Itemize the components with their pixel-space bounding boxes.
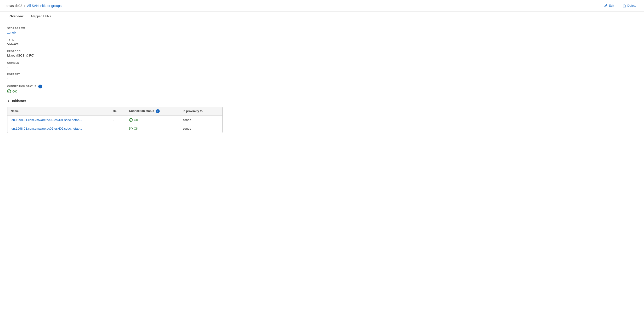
- initiators-table-container: Name De... Connection status i In proxim…: [7, 107, 223, 133]
- col-header-description: De...: [110, 107, 126, 116]
- protocol-value: Mixed (iSCSI & FC): [7, 54, 637, 57]
- cell-connection-status: OK: [126, 116, 180, 124]
- col-header-name: Name: [8, 107, 110, 116]
- breadcrumb-all-san-link[interactable]: All SAN initiator groups: [27, 4, 62, 8]
- tab-mapped-luns[interactable]: Mapped LUNs: [27, 12, 55, 21]
- initiators-section-header: ▲ Initiators: [7, 99, 637, 103]
- field-portset: PORTSET -: [7, 73, 637, 80]
- cell-connection-status: OK: [126, 124, 180, 133]
- type-label: TYPE: [7, 39, 637, 41]
- cell-proximity: zoneb: [179, 124, 222, 133]
- table-row: iqn.1998-01.com.vmware:dc02-esxi01.sddc.…: [8, 116, 222, 124]
- field-storage-vm: STORAGE VM zoneb: [7, 27, 637, 34]
- collapse-icon[interactable]: ▲: [7, 99, 10, 103]
- edit-button[interactable]: Edit: [602, 3, 616, 9]
- comment-value: -: [7, 65, 637, 69]
- connection-status-value: OK: [7, 89, 637, 93]
- col-header-proximity: In proximity to: [179, 107, 222, 116]
- header-actions: Edit Delete: [602, 3, 638, 9]
- header: smas-dc02 › All SAN initiator groups Edi…: [0, 0, 644, 12]
- breadcrumb: smas-dc02 › All SAN initiator groups: [6, 4, 62, 8]
- cell-description: -: [110, 124, 126, 133]
- cell-name[interactable]: iqn.1998-01.com.vmware:dc02-esxi02.sddc.…: [8, 124, 110, 133]
- cell-description: -: [110, 116, 126, 124]
- delete-button[interactable]: Delete: [621, 3, 638, 9]
- table-header-row: Name De... Connection status i In proxim…: [8, 107, 222, 116]
- field-comment: COMMENT -: [7, 62, 637, 69]
- breadcrumb-home: smas-dc02: [6, 4, 22, 8]
- svg-rect-0: [623, 5, 626, 7]
- edit-icon: [604, 4, 608, 8]
- status-ok-icon: [7, 89, 11, 93]
- table-connection-status-info-icon[interactable]: i: [156, 109, 160, 113]
- breadcrumb-separator: ›: [24, 4, 25, 8]
- storage-vm-value[interactable]: zoneb: [7, 31, 637, 34]
- tabs-bar: Overview Mapped LUNs: [0, 12, 644, 21]
- cell-name[interactable]: iqn.1998-01.com.vmware:dc02-esxi01.sddc.…: [8, 116, 110, 124]
- initiators-table: Name De... Connection status i In proxim…: [8, 107, 222, 133]
- cell-proximity: zoneb: [179, 116, 222, 124]
- storage-vm-label: STORAGE VM: [7, 27, 637, 30]
- table-status-label: OK: [134, 118, 138, 122]
- connection-status-info-icon[interactable]: i: [38, 85, 42, 88]
- table-row: iqn.1998-01.com.vmware:dc02-esxi02.sddc.…: [8, 124, 222, 133]
- comment-label: COMMENT: [7, 62, 637, 64]
- portset-value: -: [7, 77, 637, 80]
- table-status-ok-icon: [129, 118, 133, 122]
- field-connection-status: CONNECTION STATUS i OK: [7, 85, 637, 93]
- field-protocol: PROTOCOL Mixed (iSCSI & FC): [7, 50, 637, 57]
- type-value: VMware: [7, 42, 637, 46]
- tab-overview[interactable]: Overview: [6, 12, 27, 21]
- field-type: TYPE VMware: [7, 39, 637, 46]
- connection-status-label: CONNECTION STATUS i: [7, 85, 637, 88]
- initiators-title: Initiators: [12, 99, 26, 103]
- table-status-ok-icon: [129, 127, 133, 130]
- delete-icon: [623, 4, 626, 8]
- protocol-label: PROTOCOL: [7, 50, 637, 53]
- portset-label: PORTSET: [7, 73, 637, 76]
- main-content: STORAGE VM zoneb TYPE VMware PROTOCOL Mi…: [0, 21, 644, 139]
- table-status-label: OK: [134, 127, 138, 130]
- col-header-connection-status: Connection status i: [126, 107, 180, 116]
